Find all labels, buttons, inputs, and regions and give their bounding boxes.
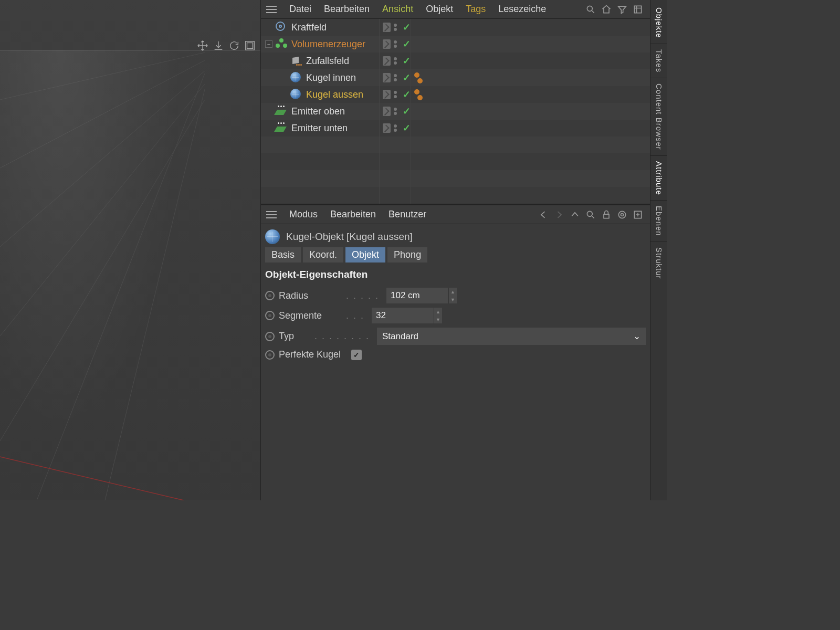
tree-row[interactable]: Emitter unten✓ (261, 120, 650, 136)
visibility-dots[interactable] (394, 24, 400, 31)
search-icon[interactable] (585, 4, 596, 15)
tree-row[interactable]: Emitter oben✓ (261, 103, 650, 120)
new-window-icon[interactable] (632, 209, 644, 220)
visibility-dots[interactable] (394, 108, 400, 115)
layer-toggle[interactable] (383, 123, 391, 133)
attribute-header: Kugel-Objekt [Kugel aussen] (261, 224, 650, 247)
viewport-layout-icon[interactable] (244, 39, 256, 52)
menu-tags[interactable]: Tags (459, 2, 492, 17)
enabled-check-icon[interactable]: ✓ (403, 22, 411, 33)
tree-row[interactable]: Kugel innen✓ (261, 69, 650, 86)
viewport-rotate-icon[interactable] (228, 39, 240, 52)
visibility-dots[interactable] (394, 91, 400, 98)
emitter-icon (276, 122, 287, 133)
tree-item-label: Kraftfeld (291, 22, 327, 33)
menu-benutzer[interactable]: Benutzer (382, 207, 433, 222)
tab-ebenen[interactable]: Ebenen (650, 200, 667, 242)
emitter-icon (276, 106, 287, 116)
expand-icon[interactable] (632, 4, 644, 15)
svg-point-12 (587, 211, 592, 216)
menu-bearbeiten[interactable]: Bearbeiten (318, 2, 376, 17)
prop-bullet[interactable] (265, 291, 275, 300)
viewport-zoom-icon[interactable] (212, 39, 225, 52)
prop-perfekte-checkbox[interactable]: ✓ (351, 350, 362, 360)
enabled-check-icon[interactable]: ✓ (403, 55, 411, 67)
tree-row[interactable]: Kraftfeld✓ (261, 19, 650, 36)
nav-back-icon[interactable] (538, 209, 549, 220)
tree-row[interactable]: −Volumenerzeuger✓ (261, 36, 650, 52)
enabled-check-icon[interactable]: ✓ (403, 89, 411, 100)
prop-radius-input[interactable] (386, 288, 448, 303)
right-dock-tabs: Objekte Takes Content Browser Attribute … (650, 0, 667, 500)
prop-typ-select[interactable]: Standard ⌄ (377, 328, 646, 345)
lock-icon[interactable] (601, 209, 612, 220)
prop-bullet[interactable] (265, 350, 275, 360)
tree-expander[interactable]: − (265, 40, 272, 48)
menu-lesezeiche[interactable]: Lesezeiche (492, 2, 552, 17)
home-icon[interactable] (601, 4, 612, 15)
hamburger-icon[interactable] (264, 207, 279, 222)
attribute-title: Kugel-Objekt [Kugel aussen] (286, 231, 413, 243)
tree-row-empty (261, 187, 650, 204)
target-icon[interactable] (616, 209, 628, 220)
filter-icon[interactable] (616, 4, 628, 15)
spinner-buttons[interactable]: ▲▼ (434, 308, 442, 323)
field-icon (276, 22, 285, 31)
prop-radius-row: Radius . . . . . ▲▼ (261, 286, 650, 306)
nav-forward-icon[interactable] (553, 209, 565, 220)
attribute-manager-panel: Modus Bearbeiten Benutzer Kugel-Objekt [… (261, 205, 650, 500)
tree-row-empty (261, 136, 650, 153)
tab-attribute[interactable]: Attribute (650, 155, 667, 201)
tab-content[interactable]: Content Browser (650, 78, 667, 155)
viewport-3d[interactable] (0, 0, 261, 500)
visibility-dots[interactable] (394, 74, 400, 81)
hamburger-icon[interactable] (264, 2, 279, 17)
layer-toggle[interactable] (383, 73, 391, 82)
tree-line (265, 24, 272, 31)
tree-line (280, 57, 287, 65)
prop-segmente-label: Segmente (279, 310, 342, 321)
layer-toggle[interactable] (383, 39, 391, 49)
prop-segmente-input[interactable] (372, 308, 434, 323)
chevron-down-icon: ⌄ (633, 331, 640, 342)
material-tag-icon[interactable] (414, 89, 423, 100)
tree-item-label: Kugel innen (306, 72, 356, 83)
visibility-dots[interactable] (394, 124, 400, 132)
tree-row[interactable]: Kugel aussen✓ (261, 86, 650, 103)
menu-bearbeiten2[interactable]: Bearbeiten (324, 207, 382, 222)
dots-icon: . . . (346, 310, 364, 321)
tab-basis[interactable]: Basis (265, 247, 301, 262)
tab-phong[interactable]: Phong (387, 247, 427, 262)
menu-objekt[interactable]: Objekt (419, 2, 459, 17)
nav-up-icon[interactable] (569, 209, 581, 220)
tab-koord[interactable]: Koord. (303, 247, 343, 262)
search-icon[interactable] (585, 209, 596, 220)
object-tree[interactable]: Kraftfeld✓−Volumenerzeuger✓Zufallsfeld✓K… (261, 19, 650, 204)
tab-struktur[interactable]: Struktur (650, 242, 667, 285)
svg-point-14 (618, 211, 625, 218)
attribute-section-title: Objekt-Eigenschaften (261, 267, 650, 286)
layer-toggle[interactable] (383, 90, 391, 99)
layer-toggle[interactable] (383, 56, 391, 66)
visibility-dots[interactable] (394, 40, 400, 48)
tab-objekte[interactable]: Objekte (650, 2, 667, 44)
material-tag-icon[interactable] (414, 72, 423, 83)
spinner-buttons[interactable]: ▲▼ (448, 288, 457, 303)
tab-objekt[interactable]: Objekt (345, 247, 385, 262)
attribute-tabs: Basis Koord. Objekt Phong (261, 247, 650, 267)
prop-bullet[interactable] (265, 332, 275, 341)
layer-toggle[interactable] (383, 23, 391, 32)
menu-ansicht[interactable]: Ansicht (376, 2, 419, 17)
prop-bullet[interactable] (265, 311, 275, 320)
visibility-dots[interactable] (394, 57, 400, 65)
menu-datei[interactable]: Datei (283, 2, 318, 17)
enabled-check-icon[interactable]: ✓ (403, 72, 411, 83)
tree-row[interactable]: Zufallsfeld✓ (261, 52, 650, 69)
viewport-move-icon[interactable] (196, 39, 209, 52)
layer-toggle[interactable] (383, 107, 391, 116)
enabled-check-icon[interactable]: ✓ (403, 122, 411, 134)
tab-takes[interactable]: Takes (650, 44, 667, 78)
menu-modus[interactable]: Modus (283, 207, 324, 222)
enabled-check-icon[interactable]: ✓ (403, 106, 411, 117)
enabled-check-icon[interactable]: ✓ (403, 38, 411, 50)
